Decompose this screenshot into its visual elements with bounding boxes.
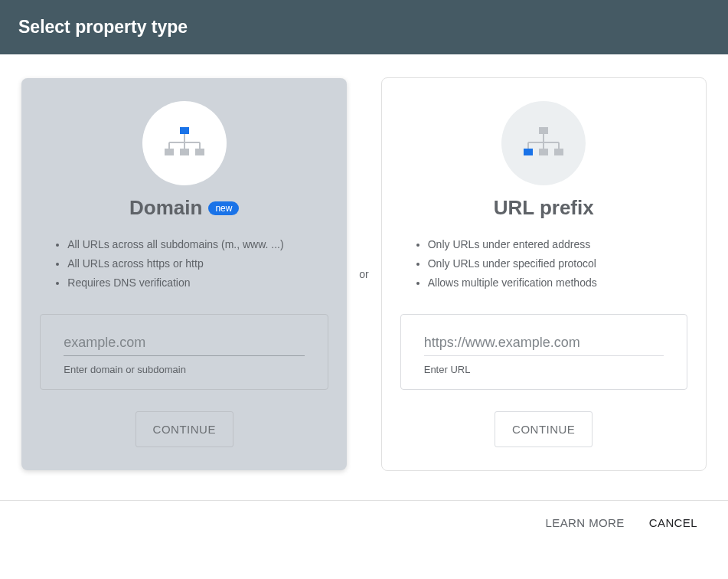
svg-rect-6 (165, 149, 174, 155)
url-card-title-row: URL prefix (494, 196, 594, 220)
domain-input[interactable] (64, 332, 305, 356)
dialog-content: Domain new All URLs across all subdomain… (0, 54, 728, 500)
domain-sitemap-icon (142, 101, 227, 185)
domain-input-box: Enter domain or subdomain (40, 314, 328, 390)
url-sitemap-icon (501, 101, 586, 185)
list-item: Only URLs under entered address (428, 235, 687, 254)
domain-feature-list: All URLs across all subdomains (m., www.… (40, 235, 328, 293)
svg-rect-8 (195, 149, 204, 155)
domain-card-title-row: Domain new (129, 196, 239, 220)
svg-rect-15 (524, 149, 533, 155)
url-continue-button[interactable]: CONTINUE (495, 411, 593, 447)
list-item: All URLs across https or http (67, 254, 328, 273)
learn-more-button[interactable]: LEARN MORE (546, 516, 625, 529)
domain-continue-button[interactable]: CONTINUE (135, 411, 233, 447)
svg-rect-17 (554, 149, 563, 155)
dialog-title: Select property type (18, 17, 710, 38)
svg-rect-7 (180, 149, 189, 155)
domain-input-hint: Enter domain or subdomain (64, 364, 305, 375)
url-feature-list: Only URLs under entered address Only URL… (400, 235, 687, 293)
new-badge: new (208, 201, 239, 215)
url-input-box: Enter URL (400, 314, 687, 390)
separator-or: or (356, 268, 371, 280)
cancel-button[interactable]: CANCEL (649, 516, 697, 529)
svg-rect-0 (180, 127, 189, 134)
domain-property-card[interactable]: Domain new All URLs across all subdomain… (21, 78, 347, 470)
list-item: Only URLs under specified protocol (428, 254, 687, 273)
dialog-header: Select property type (0, 0, 728, 54)
svg-rect-16 (539, 149, 548, 155)
domain-card-title: Domain (129, 196, 202, 220)
list-item: Allows multiple verification methods (428, 273, 687, 293)
list-item: Requires DNS verification (67, 273, 328, 293)
url-prefix-property-card[interactable]: URL prefix Only URLs under entered addre… (381, 77, 707, 471)
list-item: All URLs across all subdomains (m., www.… (67, 235, 328, 254)
url-input-hint: Enter URL (424, 364, 664, 375)
svg-rect-9 (539, 127, 548, 134)
url-input[interactable] (424, 332, 664, 356)
dialog-footer: LEARN MORE CANCEL (0, 500, 728, 545)
url-card-title: URL prefix (494, 196, 594, 220)
